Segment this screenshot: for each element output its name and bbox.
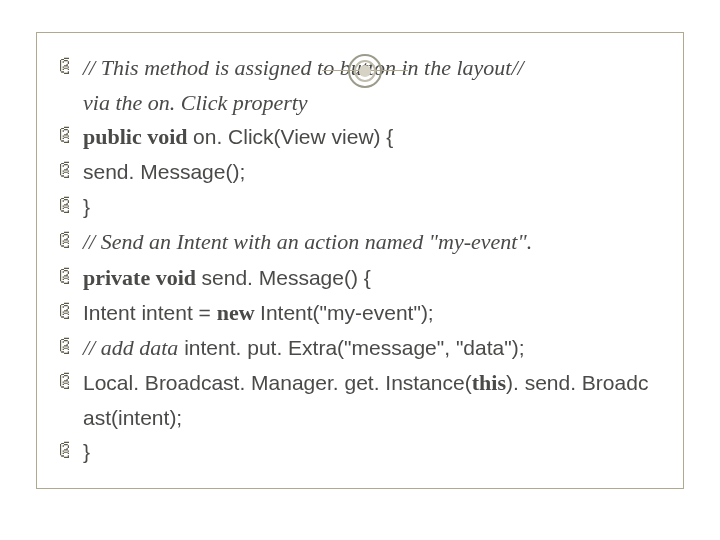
- code-text: public void: [83, 124, 193, 149]
- code-line: ༊ send. Message();: [59, 155, 661, 189]
- bullet-icon: ༊: [59, 120, 83, 152]
- code-line: ༊ Local. Broadcast. Manager. get. Instan…: [59, 366, 661, 400]
- bullet-icon: ༊: [59, 366, 83, 398]
- code-text: this: [472, 370, 506, 395]
- code-text: }: [83, 440, 90, 463]
- code-text: new: [217, 300, 260, 325]
- code-text: }: [83, 195, 90, 218]
- bullet-icon: ༊: [59, 225, 83, 257]
- code-text-wrap: }: [83, 435, 661, 469]
- code-text: send. Message() {: [202, 266, 371, 289]
- code-text: intent. put. Extra("message", "data");: [178, 336, 524, 359]
- code-text-wrap: // This method is assigned to button in …: [83, 51, 661, 85]
- code-text-wrap: send. Message();: [83, 155, 661, 189]
- code-text: ast(intent);: [83, 406, 182, 429]
- code-text-wrap: }: [83, 190, 661, 224]
- code-text: on. Click(View view) {: [193, 125, 393, 148]
- code-text-wrap: // add data intent. put. Extra("message"…: [83, 331, 661, 365]
- code-line: ༊ // add data intent. put. Extra("messag…: [59, 331, 661, 365]
- code-text: // Send an Intent with an action named "…: [83, 229, 532, 254]
- bullet-icon: ༊: [59, 51, 83, 83]
- code-text-wrap: public void on. Click(View view) {: [83, 120, 661, 154]
- code-text-wrap: Local. Broadcast. Manager. get. Instance…: [83, 366, 661, 400]
- code-line: ༊// This method is assigned to button in…: [59, 51, 661, 85]
- code-text: Intent intent =: [83, 301, 217, 324]
- code-line-continuation: via the on. Click property: [59, 86, 661, 120]
- code-line: ༊public void on. Click(View view) {: [59, 120, 661, 154]
- bullet-icon: ༊: [59, 435, 83, 467]
- content-box: ༊// This method is assigned to button in…: [36, 32, 684, 489]
- slide: ༊// This method is assigned to button in…: [0, 0, 720, 540]
- code-line: ༊ }: [59, 435, 661, 469]
- code-line: ༊private void send. Message() {: [59, 261, 661, 295]
- code-text: via the on. Click property: [83, 90, 308, 115]
- code-text: ). send. Broadc: [506, 371, 648, 394]
- bullet-icon: ༊: [59, 331, 83, 363]
- code-text: Local. Broadcast. Manager. get. Instance…: [83, 371, 472, 394]
- code-text-wrap: private void send. Message() {: [83, 261, 661, 295]
- bullet-icon: ༊: [59, 261, 83, 293]
- code-line: ༊ Intent intent = new Intent("my-event")…: [59, 296, 661, 330]
- code-line: ༊ }: [59, 190, 661, 224]
- bullet-icon: ༊: [59, 190, 83, 222]
- code-line: ༊// Send an Intent with an action named …: [59, 225, 661, 259]
- code-text: send. Message();: [83, 160, 245, 183]
- code-text: // add data: [83, 335, 178, 360]
- code-text: Intent("my-event");: [260, 301, 434, 324]
- bullet-icon: ༊: [59, 155, 83, 187]
- code-text-wrap: Intent intent = new Intent("my-event");: [83, 296, 661, 330]
- code-text: private void: [83, 265, 202, 290]
- code-line-continuation: ast(intent);: [59, 401, 661, 435]
- code-text-wrap: // Send an Intent with an action named "…: [83, 225, 661, 259]
- bullet-icon: ༊: [59, 296, 83, 328]
- text-block: ༊// This method is assigned to button in…: [59, 51, 661, 469]
- code-text: // This method is assigned to button in …: [83, 55, 524, 80]
